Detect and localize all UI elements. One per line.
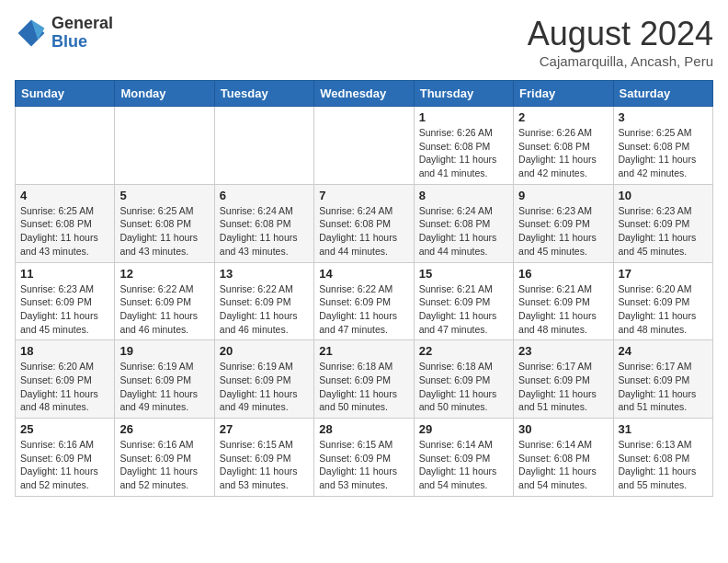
calendar-cell: 5Sunrise: 6:25 AMSunset: 6:08 PMDaylight…	[115, 184, 214, 262]
day-number: 25	[20, 422, 109, 436]
calendar-cell: 19Sunrise: 6:19 AMSunset: 6:09 PMDayligh…	[115, 340, 214, 419]
day-info: Sunrise: 6:21 AMSunset: 6:09 PMDaylight:…	[518, 282, 608, 337]
month-title: August 2024	[528, 15, 713, 53]
day-number: 20	[220, 344, 309, 358]
weekday-header-sunday: Sunday	[16, 81, 115, 107]
day-info: Sunrise: 6:23 AMSunset: 6:09 PMDaylight:…	[619, 204, 708, 259]
day-number: 5	[119, 189, 209, 202]
calendar-cell: 2Sunrise: 6:26 AMSunset: 6:08 PMDaylight…	[514, 107, 613, 185]
day-info: Sunrise: 6:16 AMSunset: 6:09 PMDaylight:…	[20, 438, 109, 492]
weekday-header-thursday: Thursday	[414, 81, 513, 107]
day-number: 9	[518, 189, 608, 202]
title-area: August 2024 Cajamarquilla, Ancash, Peru	[528, 15, 713, 69]
calendar-week-5: 25Sunrise: 6:16 AMSunset: 6:09 PMDayligh…	[16, 419, 713, 497]
day-number: 31	[619, 422, 708, 436]
day-info: Sunrise: 6:26 AMSunset: 6:08 PMDaylight:…	[518, 126, 608, 180]
day-info: Sunrise: 6:18 AMSunset: 6:09 PMDaylight:…	[319, 360, 408, 414]
weekday-row: SundayMondayTuesdayWednesdayThursdayFrid…	[16, 81, 713, 107]
calendar-cell	[115, 107, 214, 185]
day-number: 19	[119, 344, 209, 358]
calendar-cell	[314, 107, 414, 185]
day-info: Sunrise: 6:17 AMSunset: 6:09 PMDaylight:…	[518, 360, 608, 414]
weekday-header-saturday: Saturday	[613, 81, 712, 107]
day-info: Sunrise: 6:26 AMSunset: 6:08 PMDaylight:…	[419, 126, 508, 180]
day-info: Sunrise: 6:16 AMSunset: 6:09 PMDaylight:…	[119, 438, 209, 492]
day-info: Sunrise: 6:24 AMSunset: 6:08 PMDaylight:…	[419, 204, 508, 259]
day-number: 11	[20, 267, 109, 281]
calendar-week-4: 18Sunrise: 6:20 AMSunset: 6:09 PMDayligh…	[16, 340, 713, 419]
logo: General Blue	[15, 15, 113, 52]
day-info: Sunrise: 6:19 AMSunset: 6:09 PMDaylight:…	[220, 360, 309, 414]
day-info: Sunrise: 6:22 AMSunset: 6:09 PMDaylight:…	[319, 282, 408, 337]
calendar-cell	[214, 107, 313, 185]
day-info: Sunrise: 6:14 AMSunset: 6:09 PMDaylight:…	[419, 438, 508, 492]
day-number: 14	[319, 267, 408, 281]
day-number: 13	[220, 267, 309, 281]
day-number: 12	[119, 267, 209, 281]
calendar-week-2: 4Sunrise: 6:25 AMSunset: 6:08 PMDaylight…	[16, 184, 713, 262]
day-number: 18	[20, 344, 109, 358]
calendar-cell: 15Sunrise: 6:21 AMSunset: 6:09 PMDayligh…	[414, 262, 513, 340]
calendar-cell: 25Sunrise: 6:16 AMSunset: 6:09 PMDayligh…	[16, 419, 115, 497]
calendar-cell: 26Sunrise: 6:16 AMSunset: 6:09 PMDayligh…	[115, 419, 214, 497]
day-number: 1	[419, 110, 508, 124]
weekday-header-friday: Friday	[514, 81, 613, 107]
calendar-cell: 4Sunrise: 6:25 AMSunset: 6:08 PMDaylight…	[16, 184, 115, 262]
day-number: 8	[419, 189, 508, 202]
location: Cajamarquilla, Ancash, Peru	[528, 53, 713, 69]
calendar-header: SundayMondayTuesdayWednesdayThursdayFrid…	[16, 81, 713, 107]
calendar-cell: 30Sunrise: 6:14 AMSunset: 6:08 PMDayligh…	[514, 419, 613, 497]
calendar-week-1: 1Sunrise: 6:26 AMSunset: 6:08 PMDaylight…	[16, 107, 713, 185]
logo-text: General Blue	[51, 15, 113, 52]
day-info: Sunrise: 6:25 AMSunset: 6:08 PMDaylight:…	[20, 204, 109, 259]
calendar-cell: 3Sunrise: 6:25 AMSunset: 6:08 PMDaylight…	[613, 107, 712, 185]
day-number: 15	[419, 267, 508, 281]
day-info: Sunrise: 6:21 AMSunset: 6:09 PMDaylight:…	[419, 282, 508, 337]
calendar-cell: 7Sunrise: 6:24 AMSunset: 6:08 PMDaylight…	[314, 184, 414, 262]
day-info: Sunrise: 6:17 AMSunset: 6:09 PMDaylight:…	[619, 360, 708, 414]
calendar-cell: 28Sunrise: 6:15 AMSunset: 6:09 PMDayligh…	[314, 419, 414, 497]
day-info: Sunrise: 6:22 AMSunset: 6:09 PMDaylight:…	[119, 282, 209, 337]
day-number: 27	[220, 422, 309, 436]
calendar-cell: 10Sunrise: 6:23 AMSunset: 6:09 PMDayligh…	[613, 184, 712, 262]
logo-icon	[15, 17, 48, 50]
day-info: Sunrise: 6:15 AMSunset: 6:09 PMDaylight:…	[319, 438, 408, 492]
day-number: 6	[220, 189, 309, 202]
calendar-cell: 27Sunrise: 6:15 AMSunset: 6:09 PMDayligh…	[214, 419, 313, 497]
day-number: 22	[419, 344, 508, 358]
calendar-cell: 21Sunrise: 6:18 AMSunset: 6:09 PMDayligh…	[314, 340, 414, 419]
day-number: 10	[619, 189, 708, 202]
calendar-cell: 20Sunrise: 6:19 AMSunset: 6:09 PMDayligh…	[214, 340, 313, 419]
day-info: Sunrise: 6:20 AMSunset: 6:09 PMDaylight:…	[20, 360, 109, 414]
calendar-cell: 29Sunrise: 6:14 AMSunset: 6:09 PMDayligh…	[414, 419, 513, 497]
calendar-cell: 17Sunrise: 6:20 AMSunset: 6:09 PMDayligh…	[613, 262, 712, 340]
weekday-header-monday: Monday	[115, 81, 214, 107]
day-number: 21	[319, 344, 408, 358]
day-number: 23	[518, 344, 608, 358]
day-info: Sunrise: 6:15 AMSunset: 6:09 PMDaylight:…	[220, 438, 309, 492]
day-number: 30	[518, 422, 608, 436]
day-number: 2	[518, 110, 608, 124]
calendar-cell: 18Sunrise: 6:20 AMSunset: 6:09 PMDayligh…	[16, 340, 115, 419]
calendar-cell: 31Sunrise: 6:13 AMSunset: 6:08 PMDayligh…	[613, 419, 712, 497]
day-info: Sunrise: 6:13 AMSunset: 6:08 PMDaylight:…	[619, 438, 708, 492]
day-info: Sunrise: 6:18 AMSunset: 6:09 PMDaylight:…	[419, 360, 508, 414]
day-info: Sunrise: 6:23 AMSunset: 6:09 PMDaylight:…	[20, 282, 109, 337]
day-info: Sunrise: 6:14 AMSunset: 6:08 PMDaylight:…	[518, 438, 608, 492]
calendar-cell: 12Sunrise: 6:22 AMSunset: 6:09 PMDayligh…	[115, 262, 214, 340]
day-info: Sunrise: 6:23 AMSunset: 6:09 PMDaylight:…	[518, 204, 608, 259]
calendar-cell: 16Sunrise: 6:21 AMSunset: 6:09 PMDayligh…	[514, 262, 613, 340]
day-info: Sunrise: 6:19 AMSunset: 6:09 PMDaylight:…	[119, 360, 209, 414]
day-number: 26	[119, 422, 209, 436]
calendar-cell	[16, 107, 115, 185]
weekday-header-tuesday: Tuesday	[214, 81, 313, 107]
calendar-cell: 11Sunrise: 6:23 AMSunset: 6:09 PMDayligh…	[16, 262, 115, 340]
calendar-cell: 1Sunrise: 6:26 AMSunset: 6:08 PMDaylight…	[414, 107, 513, 185]
page-header: General Blue August 2024 Cajamarquilla, …	[15, 15, 713, 69]
day-number: 7	[319, 189, 408, 202]
calendar-cell: 22Sunrise: 6:18 AMSunset: 6:09 PMDayligh…	[414, 340, 513, 419]
calendar-cell: 23Sunrise: 6:17 AMSunset: 6:09 PMDayligh…	[514, 340, 613, 419]
day-info: Sunrise: 6:25 AMSunset: 6:08 PMDaylight:…	[619, 126, 708, 180]
calendar-body: 1Sunrise: 6:26 AMSunset: 6:08 PMDaylight…	[16, 107, 713, 497]
calendar-cell: 14Sunrise: 6:22 AMSunset: 6:09 PMDayligh…	[314, 262, 414, 340]
